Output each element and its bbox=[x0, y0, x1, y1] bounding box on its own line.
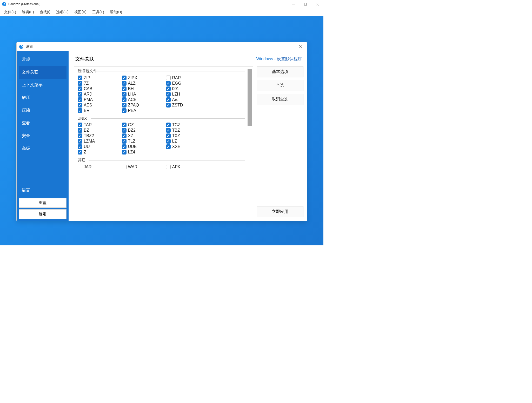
deselect-all-button[interactable]: 取消全选 bbox=[257, 94, 303, 105]
checkbox[interactable] bbox=[122, 103, 127, 108]
menu-find[interactable]: 查找(I) bbox=[37, 9, 53, 16]
menu-file[interactable]: 文件(F) bbox=[2, 9, 19, 16]
format-lz[interactable]: LZ bbox=[166, 139, 210, 144]
format-jar[interactable]: JAR bbox=[78, 165, 122, 169]
checkbox[interactable] bbox=[78, 81, 82, 86]
checkbox[interactable] bbox=[166, 76, 171, 80]
format-z[interactable]: Z bbox=[78, 150, 122, 155]
format-lzma[interactable]: LZMA bbox=[78, 139, 122, 144]
format-ace[interactable]: ACE bbox=[122, 97, 166, 102]
checkbox[interactable] bbox=[78, 97, 82, 102]
sidebar-item-compress[interactable]: 压缩 bbox=[19, 104, 66, 117]
checkbox[interactable] bbox=[166, 103, 171, 108]
checkbox[interactable] bbox=[122, 139, 127, 144]
format-tbz[interactable]: TBZ bbox=[166, 128, 210, 133]
sidebar-item-extract[interactable]: 解压 bbox=[19, 91, 66, 104]
checkbox[interactable] bbox=[78, 133, 82, 138]
checkbox[interactable] bbox=[122, 86, 127, 91]
checkbox[interactable] bbox=[166, 133, 171, 138]
format-zipx[interactable]: ZIPX bbox=[122, 76, 166, 80]
maximize-button[interactable] bbox=[300, 0, 311, 8]
format-zpaq[interactable]: ZPAQ bbox=[122, 103, 166, 108]
format-alz[interactable]: ALZ bbox=[122, 81, 166, 86]
format-arj[interactable]: ARJ bbox=[78, 92, 122, 97]
menu-help[interactable]: 帮助(H) bbox=[107, 9, 125, 16]
format-arc[interactable]: Arc bbox=[166, 97, 210, 102]
format-7z[interactable]: 7Z bbox=[78, 81, 122, 86]
checkbox[interactable] bbox=[122, 76, 127, 80]
checkbox[interactable] bbox=[78, 76, 82, 80]
close-button[interactable] bbox=[311, 0, 323, 8]
sidebar-item-general[interactable]: 常规 bbox=[19, 53, 66, 66]
format-lzh[interactable]: LZH bbox=[166, 92, 210, 97]
format-war[interactable]: WAR bbox=[122, 165, 166, 169]
format-apk[interactable]: APK bbox=[166, 165, 210, 169]
checkbox[interactable] bbox=[166, 123, 171, 127]
format-egg[interactable]: EGG bbox=[166, 81, 210, 86]
checkbox[interactable] bbox=[78, 144, 82, 149]
checkbox[interactable] bbox=[166, 165, 171, 169]
sidebar-item-file-assoc[interactable]: 文件关联 bbox=[19, 66, 66, 79]
checkbox[interactable] bbox=[122, 133, 127, 138]
checkbox[interactable] bbox=[122, 123, 127, 127]
checkbox[interactable] bbox=[122, 144, 127, 149]
format-gz[interactable]: GZ bbox=[122, 123, 166, 127]
format-tbz2[interactable]: TBZ2 bbox=[78, 133, 122, 138]
format-lz4[interactable]: LZ4 bbox=[122, 150, 166, 155]
sidebar-item-security[interactable]: 安全 bbox=[19, 130, 66, 142]
checkbox[interactable] bbox=[122, 92, 127, 97]
checkbox[interactable] bbox=[166, 128, 171, 133]
format-aes[interactable]: AES bbox=[78, 103, 122, 108]
checkbox[interactable] bbox=[166, 144, 171, 149]
sidebar-item-view[interactable]: 查看 bbox=[19, 117, 66, 130]
format-uu[interactable]: UU bbox=[78, 144, 122, 149]
menu-tools[interactable]: 工具(T) bbox=[90, 9, 107, 16]
sidebar-item-context-menu[interactable]: 上下文菜单 bbox=[19, 79, 66, 91]
checkbox[interactable] bbox=[78, 92, 82, 97]
format-001[interactable]: 001 bbox=[166, 86, 210, 91]
format-uue[interactable]: UUE bbox=[122, 144, 166, 149]
checkbox[interactable] bbox=[166, 86, 171, 91]
apply-button[interactable]: 立即应用 bbox=[257, 206, 303, 217]
scrollbar-thumb[interactable] bbox=[248, 69, 252, 126]
format-txz[interactable]: TXZ bbox=[166, 133, 210, 138]
checkbox[interactable] bbox=[78, 123, 82, 127]
format-rar[interactable]: RAR bbox=[166, 76, 210, 80]
format-bh[interactable]: BH bbox=[122, 86, 166, 91]
checkbox[interactable] bbox=[78, 108, 82, 113]
format-xxe[interactable]: XXE bbox=[166, 144, 210, 149]
sidebar-item-advanced[interactable]: 高级 bbox=[19, 142, 66, 155]
format-tar[interactable]: TAR bbox=[78, 123, 122, 127]
reset-button[interactable]: 重置 bbox=[19, 198, 66, 208]
checkbox[interactable] bbox=[122, 165, 127, 169]
select-all-button[interactable]: 全选 bbox=[257, 80, 303, 91]
checkbox[interactable] bbox=[166, 92, 171, 97]
format-zip[interactable]: ZIP bbox=[78, 76, 122, 80]
checkbox[interactable] bbox=[122, 97, 127, 102]
checkbox[interactable] bbox=[78, 165, 82, 169]
format-bz[interactable]: BZ bbox=[78, 128, 122, 133]
format-tgz[interactable]: TGZ bbox=[166, 123, 210, 127]
format-lha[interactable]: LHA bbox=[122, 92, 166, 97]
checkbox[interactable] bbox=[166, 81, 171, 86]
checkbox[interactable] bbox=[78, 150, 82, 155]
checkbox[interactable] bbox=[166, 139, 171, 144]
format-xz[interactable]: XZ bbox=[122, 133, 166, 138]
checkbox[interactable] bbox=[78, 86, 82, 91]
checkbox[interactable] bbox=[122, 128, 127, 133]
menu-options[interactable]: 选项(O) bbox=[54, 9, 71, 16]
format-zstd[interactable]: ZSTD bbox=[166, 103, 210, 108]
checkbox[interactable] bbox=[78, 128, 82, 133]
basic-options-button[interactable]: 基本选项 bbox=[257, 66, 303, 77]
menu-edit[interactable]: 编辑(E) bbox=[19, 9, 37, 16]
ok-button[interactable]: 确定 bbox=[19, 209, 66, 219]
format-cab[interactable]: CAB bbox=[78, 86, 122, 91]
format-br[interactable]: BR bbox=[78, 108, 122, 113]
format-bz2[interactable]: BZ2 bbox=[122, 128, 166, 133]
checkbox[interactable] bbox=[122, 108, 127, 113]
windows-default-link[interactable]: Windows - 设置默认程序 bbox=[256, 56, 302, 62]
checkbox[interactable] bbox=[78, 103, 82, 108]
format-tlz[interactable]: TLZ bbox=[122, 139, 166, 144]
menu-view[interactable]: 视图(V) bbox=[72, 9, 89, 16]
minimize-button[interactable] bbox=[288, 0, 300, 8]
